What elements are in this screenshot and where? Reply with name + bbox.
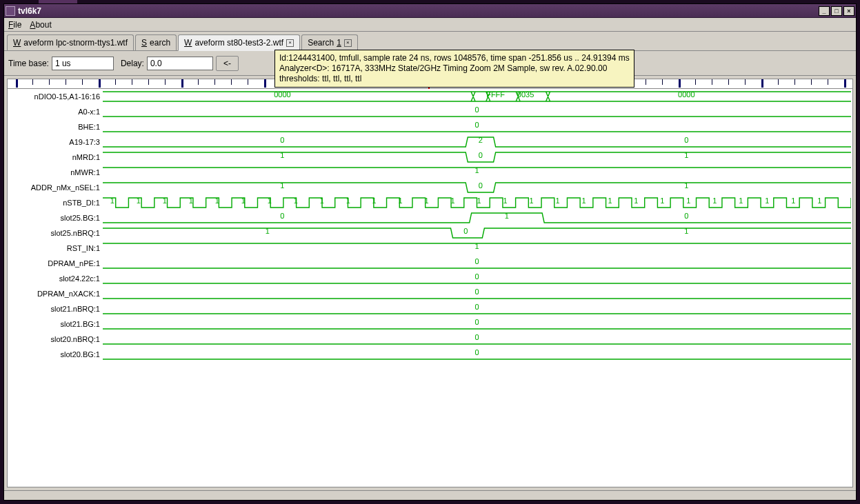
- signal-value: 1: [474, 242, 479, 250]
- signal-wave[interactable]: 1: [103, 241, 851, 256]
- signal-value: 0: [474, 121, 479, 129]
- signal-wave[interactable]: 1: [103, 165, 851, 180]
- signal-value: 0: [474, 288, 479, 296]
- signal-row: nSTB_DI:11111111111111111111111111111: [8, 195, 852, 210]
- tab-search[interactable]: Search: [135, 34, 177, 50]
- signal-wave[interactable]: 0: [103, 286, 851, 301]
- menu-file[interactable]: File: [8, 20, 21, 30]
- signal-wave[interactable]: 0: [103, 347, 851, 362]
- signal-row: DPRAM_nXACK:10: [8, 286, 852, 301]
- signal-wave[interactable]: 101: [103, 180, 851, 195]
- back-button[interactable]: <-: [216, 56, 239, 71]
- signal-value: 0000: [678, 90, 694, 99]
- signal-value: 0: [474, 257, 479, 265]
- signal-value: 0: [474, 333, 479, 341]
- tooltip-line: Analyzer<D>: 16717A, 333MHz State/2GHz T…: [279, 63, 630, 74]
- signal-wave[interactable]: 0: [103, 271, 851, 286]
- signal-wave[interactable]: 0: [103, 256, 851, 271]
- tab-search-1[interactable]: Search 1×: [301, 34, 358, 50]
- signal-wave[interactable]: 0: [103, 332, 851, 347]
- signal-value: 1: [739, 196, 743, 205]
- toolbar: Time base: Delay: <- Id:1244431400, tmfu…: [4, 51, 856, 76]
- signal-label: slot25.nBRQ:1: [8, 225, 102, 241]
- signal-value: 0: [684, 136, 688, 144]
- signal-label: A0-x:1: [8, 104, 102, 119]
- signal-value: 1: [451, 196, 455, 205]
- timebase-input[interactable]: [52, 57, 114, 70]
- title-bar[interactable]: tvl6k7 _ □ ×: [4, 4, 856, 18]
- signal-value: 0: [474, 272, 479, 281]
- tab-label: aveform lpc-stnorm-ttys1.wtf: [23, 38, 128, 48]
- tooltip-line: thresholds: ttl, ttl, ttl, ttl: [279, 74, 630, 84]
- signal-row: slot21.BG:10: [8, 316, 852, 332]
- signal-row: slot25.BG:1010: [8, 210, 852, 225]
- signal-label: slot20.BG:1: [8, 347, 102, 362]
- signal-row: slot21.nBRQ:10: [8, 301, 852, 316]
- close-icon[interactable]: ×: [344, 39, 352, 47]
- status-bar: [4, 490, 856, 500]
- signal-value: 1: [163, 196, 167, 205]
- signal-wave[interactable]: 101: [103, 150, 851, 165]
- signal-row: BHE:10: [8, 119, 852, 134]
- signal-value: 1: [268, 196, 272, 205]
- signal-value: 1: [503, 196, 507, 205]
- signal-label: slot20.nBRQ:1: [8, 332, 102, 347]
- app-icon: [6, 6, 15, 16]
- signal-row: slot20.BG:10: [8, 347, 852, 362]
- signal-value: 1: [280, 181, 284, 190]
- signal-value: 0000: [274, 90, 290, 99]
- signal-value: 0: [474, 105, 479, 114]
- signal-area: nDIO0-15,A1-16:160000FFFF00350000A0-x:10…: [8, 89, 852, 362]
- tab-bar: Waveform lpc-stnorm-ttys1.wtf Search Wav…: [4, 32, 856, 51]
- signal-label: DPRAM_nXACK:1: [8, 286, 102, 301]
- close-icon[interactable]: ×: [286, 39, 294, 47]
- signal-value: 0: [280, 136, 284, 144]
- signal-value: 1: [346, 196, 350, 205]
- maximize-button[interactable]: □: [831, 6, 842, 16]
- close-button[interactable]: ×: [843, 6, 854, 16]
- tooltip-line: Id:1244431400, tmfull, sample rate 24 ns…: [279, 53, 630, 63]
- signal-value: 0: [463, 227, 468, 235]
- tab-waveform-2[interactable]: Waveform st80-test3-2.wtf×: [178, 34, 300, 51]
- signal-wave[interactable]: 0: [103, 119, 851, 134]
- signal-wave[interactable]: 0: [103, 104, 851, 119]
- signal-wave[interactable]: 010: [103, 210, 851, 225]
- signal-wave[interactable]: 020: [103, 134, 851, 150]
- signal-value: 1: [372, 196, 377, 205]
- signal-value: 0035: [517, 90, 534, 99]
- signal-row: ADDR_nMx_nSEL:1101: [8, 180, 852, 195]
- signal-value: 1: [320, 196, 324, 205]
- tab-waveform-1[interactable]: Waveform lpc-stnorm-ttys1.wtf: [7, 34, 134, 50]
- window-title: tvl6k7: [18, 6, 817, 16]
- delay-input[interactable]: [147, 57, 213, 70]
- signal-value: 1: [634, 196, 638, 205]
- info-tooltip: Id:1244431400, tmfull, sample rate 24 ns…: [274, 50, 634, 88]
- signal-label: slot21.nBRQ:1: [8, 301, 102, 316]
- signal-value: 1: [817, 196, 821, 205]
- signal-wave[interactable]: 0: [103, 301, 851, 316]
- tab-label: earch: [150, 38, 170, 48]
- signal-value: 0: [479, 151, 483, 159]
- signal-value: 1: [765, 196, 769, 205]
- signal-value: 1: [791, 196, 795, 205]
- signal-row: A0-x:10: [8, 104, 852, 119]
- waveform-viewport[interactable]: nDIO0-15,A1-16:160000FFFF00350000A0-x:10…: [7, 79, 853, 487]
- signal-wave[interactable]: 101: [103, 225, 851, 241]
- signal-value: 1: [474, 166, 479, 174]
- signal-wave[interactable]: 0: [103, 316, 851, 332]
- signal-value: 0: [684, 212, 688, 220]
- signal-row: nMRD:1101: [8, 150, 852, 165]
- minimize-button[interactable]: _: [819, 6, 830, 16]
- signal-value: 1: [110, 196, 114, 205]
- signal-label: RST_IN:1: [8, 241, 102, 256]
- signal-value: 0: [474, 318, 479, 326]
- signal-value: 1: [608, 196, 612, 205]
- signal-value: 1: [684, 181, 688, 190]
- signal-row: DPRAM_nPE:10: [8, 256, 852, 271]
- signal-wave[interactable]: 1111111111111111111111111111: [103, 195, 851, 210]
- signal-wave[interactable]: 0000FFFF00350000: [103, 89, 851, 104]
- signal-value: 1: [266, 227, 270, 235]
- signal-label: nMWR:1: [8, 165, 102, 180]
- menu-about[interactable]: About: [30, 20, 51, 30]
- signal-row: slot25.nBRQ:1101: [8, 225, 852, 241]
